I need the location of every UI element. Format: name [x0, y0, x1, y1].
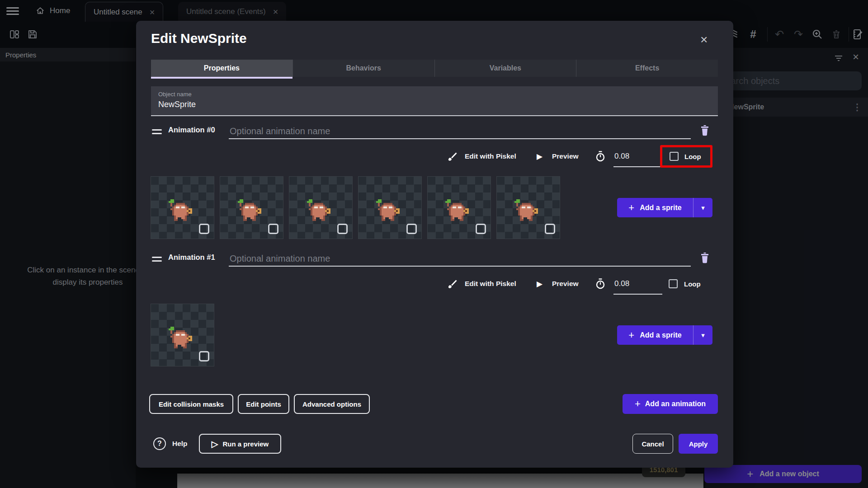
object-name-field-label: Object name	[158, 91, 192, 98]
frame-select-checkbox[interactable]	[199, 351, 209, 361]
animation-controls-row: Edit with Piskel ▶ Preview Loop	[149, 146, 715, 166]
edit-with-piskel-button[interactable]: Edit with Piskel	[465, 146, 516, 166]
edit-with-piskel-button[interactable]: Edit with Piskel	[465, 274, 516, 294]
animation-section-1: Animation #1 Edit with Piskel ▶ Preview	[149, 253, 715, 389]
animation-label: Animation #0	[168, 126, 215, 134]
brush-icon[interactable]	[447, 146, 458, 166]
loop-checkbox[interactable]	[670, 146, 679, 166]
stopwatch-icon	[594, 146, 606, 166]
time-between-frames-field[interactable]	[613, 146, 662, 167]
add-an-animation-button[interactable]: + Add an animation	[623, 394, 718, 414]
add-a-sprite-button[interactable]: +Add a sprite ▾	[617, 325, 712, 345]
dialog-tabs: Properties Behaviors Variables Effects	[151, 60, 718, 77]
delete-animation-icon[interactable]	[699, 251, 711, 266]
plus-icon: +	[628, 329, 634, 341]
preview-button[interactable]: Preview	[552, 146, 579, 166]
apply-button[interactable]: Apply	[679, 434, 718, 454]
delete-animation-icon[interactable]	[699, 124, 711, 138]
frame-select-checkbox[interactable]	[268, 224, 278, 234]
animation-label: Animation #1	[168, 253, 215, 262]
animation-controls-row: Edit with Piskel ▶ Preview Loop	[149, 274, 715, 294]
animation-name-field[interactable]	[229, 250, 691, 267]
app-window: Home Untitled scene × Untitled scene (Ev…	[0, 0, 868, 488]
sprite-frame-thumbnail[interactable]	[151, 176, 214, 239]
advanced-options-button[interactable]: Advanced options	[294, 394, 370, 414]
frame-select-checkbox[interactable]	[199, 224, 209, 234]
tab-variables[interactable]: Variables	[434, 60, 576, 77]
add-a-sprite-button[interactable]: +Add a sprite ▾	[617, 198, 712, 217]
tab-properties[interactable]: Properties	[151, 60, 292, 77]
run-a-preview-button[interactable]: ▷ Run a preview	[199, 434, 281, 454]
play-icon[interactable]: ▶	[537, 146, 542, 166]
add-sprite-dropdown-caret[interactable]: ▾	[693, 325, 712, 345]
edit-sprite-dialog: Edit NewSprite × Properties Behaviors Va…	[136, 21, 733, 468]
edit-collision-masks-button[interactable]: Edit collision masks	[149, 394, 233, 414]
edit-points-button[interactable]: Edit points	[238, 394, 289, 414]
object-name-field-value: NewSprite	[158, 100, 196, 109]
sprite-frame-thumbnail[interactable]	[151, 304, 214, 366]
drag-handle-icon[interactable]	[152, 129, 162, 136]
animation-frames-row	[151, 176, 560, 239]
frame-select-checkbox[interactable]	[545, 224, 555, 234]
dialog-title: Edit NewSprite	[151, 31, 247, 46]
sprite-frame-thumbnail[interactable]	[427, 176, 491, 239]
time-between-frames-input[interactable]	[613, 146, 662, 167]
plus-icon: +	[635, 398, 641, 410]
object-name-field[interactable]: Object name NewSprite	[151, 86, 718, 116]
add-sprite-dropdown-caret[interactable]: ▾	[693, 198, 712, 217]
preview-button[interactable]: Preview	[552, 274, 579, 294]
animation-name-input[interactable]	[229, 250, 693, 267]
cancel-button[interactable]: Cancel	[632, 434, 673, 454]
stopwatch-icon	[594, 274, 606, 294]
animation-section-0: Animation #0 Edit with Piskel ▶ Preview	[149, 126, 715, 253]
animation-frames-row	[151, 304, 214, 366]
sprite-frame-thumbnail[interactable]	[220, 176, 283, 239]
time-between-frames-input[interactable]	[613, 273, 662, 294]
loop-checkbox[interactable]	[669, 274, 678, 294]
brush-icon[interactable]	[447, 274, 458, 294]
play-icon[interactable]: ▶	[537, 274, 542, 294]
animation-name-input[interactable]	[229, 123, 693, 139]
time-between-frames-field[interactable]	[613, 274, 662, 295]
sprite-frame-thumbnail[interactable]	[496, 176, 560, 239]
frame-select-checkbox[interactable]	[337, 224, 348, 234]
play-outline-icon: ▷	[212, 439, 218, 449]
drag-handle-icon[interactable]	[152, 257, 162, 264]
help-icon: ?	[153, 437, 166, 450]
plus-icon: +	[628, 202, 634, 214]
sprite-frame-thumbnail[interactable]	[358, 176, 422, 239]
close-dialog-icon[interactable]: ×	[700, 33, 708, 47]
tab-behaviors[interactable]: Behaviors	[292, 60, 434, 77]
loop-label: Loop	[684, 274, 701, 294]
frame-select-checkbox[interactable]	[476, 224, 486, 234]
tab-effects[interactable]: Effects	[576, 60, 718, 77]
sprite-frame-thumbnail[interactable]	[289, 176, 353, 239]
frame-select-checkbox[interactable]	[406, 224, 417, 234]
help-button[interactable]: ? Help	[153, 434, 188, 454]
loop-label: Loop	[684, 146, 701, 166]
animation-name-field[interactable]	[229, 123, 691, 139]
